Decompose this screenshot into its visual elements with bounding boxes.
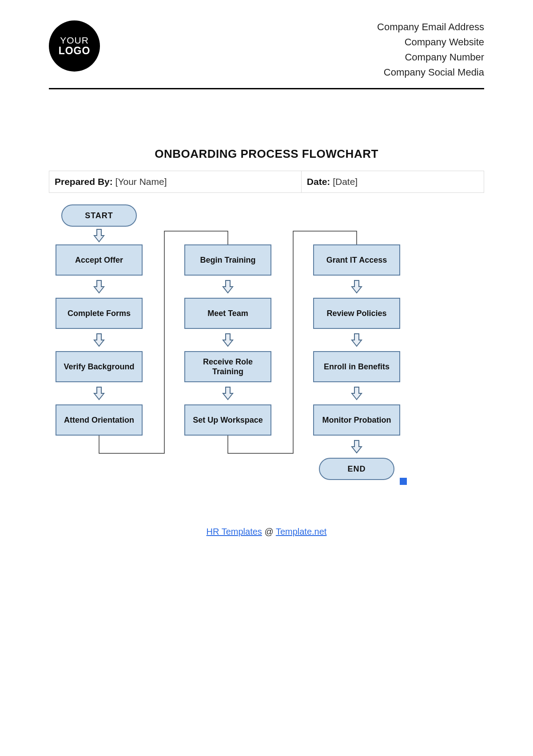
prepared-by-value: [Your Name]	[115, 176, 167, 187]
node-label: Accept Offer	[75, 255, 123, 265]
node-label: Review Policies	[326, 308, 386, 319]
node-start: START	[61, 204, 137, 227]
node-label: Grant IT Access	[326, 255, 387, 265]
node-accept-offer: Accept Offer	[56, 244, 143, 276]
hr-templates-link[interactable]: HR Templates	[207, 527, 262, 536]
document-title: ONBOARDING PROCESS FLOWCHART	[49, 147, 484, 161]
template-net-link[interactable]: Template.net	[276, 527, 327, 536]
company-info-block: Company Email Address Company Website Co…	[377, 18, 484, 80]
node-enroll-in-benefits: Enroll in Benefits	[313, 351, 400, 382]
node-label: Begin Training	[200, 255, 255, 265]
logo-line2: LOGO	[59, 45, 91, 56]
node-end: END	[319, 458, 394, 480]
date-label: Date:	[307, 176, 330, 187]
document-header: YOUR LOGO Company Email Address Company …	[49, 18, 484, 80]
prepared-by-cell: Prepared By: [Your Name]	[49, 171, 302, 193]
logo-placeholder: YOUR LOGO	[49, 20, 100, 72]
node-label: Set Up Workspace	[193, 415, 263, 425]
logo-line1: YOUR	[60, 36, 89, 45]
date-cell: Date: [Date]	[301, 171, 484, 193]
node-start-label: START	[85, 211, 113, 221]
node-complete-forms: Complete Forms	[56, 298, 143, 329]
flowchart-canvas: START Accept Offer Complete Forms Verify…	[49, 204, 484, 529]
meta-table: Prepared By: [Your Name] Date: [Date]	[49, 171, 484, 193]
node-label: Receive Role Training	[189, 357, 267, 377]
company-number: Company Number	[377, 50, 484, 65]
node-monitor-probation: Monitor Probation	[313, 404, 400, 436]
node-meet-team: Meet Team	[184, 298, 271, 329]
node-begin-training: Begin Training	[184, 244, 271, 276]
node-label: Attend Orientation	[64, 415, 134, 425]
node-receive-role-training: Receive Role Training	[184, 351, 271, 382]
node-review-policies: Review Policies	[313, 298, 400, 329]
selection-handle-icon	[400, 478, 407, 485]
header-divider	[49, 88, 484, 89]
node-grant-it-access: Grant IT Access	[313, 244, 400, 276]
node-label: Complete Forms	[68, 308, 131, 319]
footer-at: @	[262, 527, 276, 536]
prepared-by-label: Prepared By:	[55, 176, 113, 187]
company-social: Company Social Media	[377, 65, 484, 80]
date-value: [Date]	[333, 176, 358, 187]
node-set-up-workspace: Set Up Workspace	[184, 404, 271, 436]
company-email: Company Email Address	[377, 20, 484, 35]
node-end-label: END	[347, 464, 366, 474]
node-label: Meet Team	[207, 308, 248, 319]
node-label: Monitor Probation	[322, 415, 391, 425]
company-website: Company Website	[377, 35, 484, 50]
node-label: Enroll in Benefits	[324, 362, 390, 372]
node-label: Verify Background	[64, 362, 134, 372]
node-attend-orientation: Attend Orientation	[56, 404, 143, 436]
footer-attribution: HR Templates @ Template.net	[0, 527, 533, 537]
node-verify-background: Verify Background	[56, 351, 143, 382]
